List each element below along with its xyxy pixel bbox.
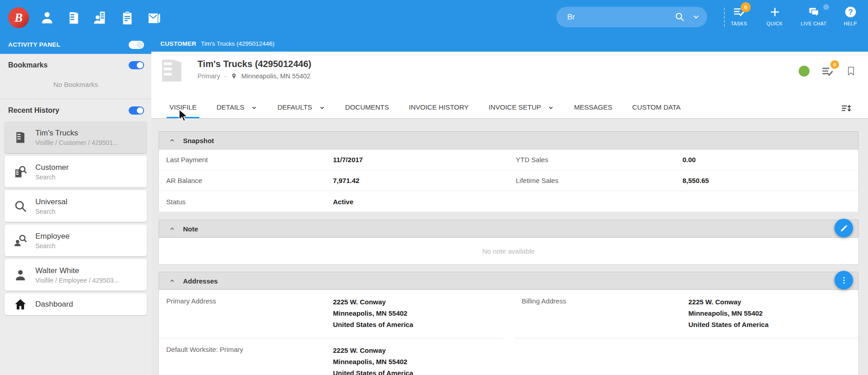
help-label: HELP: [844, 21, 857, 26]
field-value: 8,550.65: [683, 177, 709, 184]
tasks-count-badge: 0: [741, 2, 751, 12]
home-icon: [14, 298, 27, 311]
person-building-icon[interactable]: [93, 10, 108, 25]
chevron-down-icon: [251, 105, 257, 111]
record-tasks-button[interactable]: 0: [821, 65, 834, 77]
global-search[interactable]: Br: [556, 7, 707, 27]
note-empty-text: No note available: [482, 247, 535, 255]
activity-panel-header: ACTIVITY PANEL: [0, 35, 151, 54]
snapshot-header[interactable]: Snapshot: [159, 131, 858, 149]
tab-details[interactable]: DETAILS: [217, 103, 257, 118]
tab-messages[interactable]: MESSAGES: [574, 103, 612, 118]
record-location: Minneapolis, MN 55402: [241, 72, 310, 80]
quick-add-button[interactable]: QUICK: [757, 6, 792, 26]
search-icon: [14, 199, 27, 213]
snapshot-row: AR Balance7,971.42 Lifetime Sales8,550.6…: [159, 170, 858, 191]
field-label: YTD Sales: [516, 156, 683, 163]
recent-history-section-header: Recent History: [0, 106, 151, 115]
address-value: 2225 W. Conway Minneapolis, MN 55402 Uni…: [689, 296, 769, 330]
help-button[interactable]: ? HELP: [835, 6, 865, 26]
pencil-icon: [839, 224, 849, 233]
bookmark-icon[interactable]: [846, 66, 856, 77]
addresses-title: Addresses: [183, 277, 218, 285]
field-value: 0.00: [683, 156, 696, 163]
history-item-customer-search[interactable]: Customer Search: [5, 156, 147, 188]
svg-text:?: ?: [848, 8, 853, 16]
address-label: Primary Address: [166, 296, 333, 305]
collapse-chevron-icon[interactable]: [169, 278, 175, 284]
visifile-content: Snapshot Last Payment11/7/2017 YTD Sales…: [151, 119, 868, 375]
tab-visifile[interactable]: VISIFILE: [169, 103, 197, 118]
history-item-subtitle: Search: [35, 173, 69, 181]
history-item-universal-search[interactable]: Universal Search: [5, 190, 147, 222]
tab-invoice-setup[interactable]: INVOICE SETUP: [489, 103, 555, 118]
history-item-title: Tim's Trucks: [35, 129, 118, 138]
search-input[interactable]: Br: [567, 13, 675, 22]
building-search-icon: [14, 165, 27, 178]
collapse-chevron-icon[interactable]: [169, 137, 175, 144]
field-label: Status: [166, 198, 333, 206]
clipboard-icon[interactable]: [120, 10, 135, 25]
address-label: Billing Address: [522, 296, 689, 305]
history-item-title: Walter White: [35, 266, 119, 275]
history-item-tims-trucks[interactable]: Tim's Trucks Visifile / Customer / 42950…: [5, 121, 147, 153]
context-entity-type: CUSTOMER: [160, 40, 196, 47]
addresses-row: Primary Address 2225 W. Conway Minneapol…: [159, 290, 858, 338]
person-search-icon: [14, 234, 27, 247]
toggle-knob: [137, 62, 143, 68]
history-item-title: Customer: [35, 163, 69, 172]
addresses-row: Default Worksite: Primary 2225 W. Conway…: [159, 338, 858, 375]
field-value: 7,971.42: [333, 177, 359, 184]
bookmarks-title: Bookmarks: [8, 61, 48, 69]
building-icon[interactable]: [67, 10, 81, 25]
live-chat-button[interactable]: LIVE CHAT: [792, 6, 835, 26]
chevron-down-icon: [319, 105, 325, 111]
history-item-subtitle: Search: [35, 242, 70, 250]
search-scope-chevron-icon[interactable]: [692, 13, 700, 21]
search-icon[interactable]: [675, 12, 685, 22]
tab-custom-data[interactable]: CUSTOM DATA: [632, 103, 681, 118]
kebab-menu-icon: [839, 276, 849, 285]
status-indicator-dot: [799, 66, 810, 77]
field-value: Active: [333, 198, 353, 206]
tab-documents[interactable]: DOCUMENTS: [345, 103, 389, 118]
note-title: Note: [183, 225, 198, 233]
tab-invoice-history[interactable]: INVOICE HISTORY: [409, 103, 469, 118]
edit-note-button[interactable]: [834, 219, 853, 237]
collapse-chevron-icon[interactable]: [169, 226, 175, 232]
toggle-knob: [137, 107, 143, 114]
tab-defaults[interactable]: DEFAULTS: [277, 103, 325, 118]
topbar-actions: TASKS 0 QUICK LIVE CHAT ? HELP: [720, 6, 865, 26]
recent-history-toggle[interactable]: [129, 106, 144, 115]
app-logo[interactable]: B: [8, 7, 29, 28]
history-item-employee-search[interactable]: Employee Search: [5, 225, 147, 256]
activity-panel: Bookmarks No Bookmarks Recent History Ti…: [0, 54, 151, 375]
mail-folder-icon[interactable]: [147, 10, 161, 25]
record-tabs: VISIFILE DETAILS DEFAULTS DOCUMENTS INVO…: [159, 103, 868, 118]
activity-panel-title: ACTIVITY PANEL: [8, 41, 60, 48]
history-item-subtitle: Visifile / Employee / 429503...: [35, 277, 119, 284]
record-type-badge: Primary: [198, 72, 220, 80]
address-value: 2225 W. Conway Minneapolis, MN 55402 Uni…: [333, 296, 413, 330]
snapshot-row: Last Payment11/7/2017 YTD Sales0.00: [159, 149, 858, 170]
history-item-walter-white[interactable]: Walter White Visifile / Employee / 42950…: [5, 259, 147, 291]
help-icon: ?: [844, 6, 857, 18]
record-actions: 0: [799, 65, 856, 77]
addresses-header[interactable]: Addresses: [159, 272, 858, 290]
section-sort-icon[interactable]: [841, 103, 852, 114]
history-item-dashboard[interactable]: Dashboard: [5, 293, 147, 315]
bookmarks-toggle[interactable]: [129, 61, 144, 69]
activity-panel-toggle[interactable]: [129, 41, 144, 49]
tasks-button[interactable]: TASKS 0: [720, 6, 757, 26]
toggle-knob: [137, 42, 143, 48]
recent-history-list: Tim's Trucks Visifile / Customer / 42950…: [0, 121, 151, 315]
top-bar: B Br TASKS 0: [0, 0, 868, 35]
addresses-menu-button[interactable]: [834, 271, 853, 289]
person-icon[interactable]: [40, 10, 54, 25]
record-title: Tim's Trucks (4295012446): [198, 57, 311, 69]
chat-notification-dot: [823, 4, 829, 10]
note-header[interactable]: Note: [159, 220, 858, 238]
company-icon: [159, 57, 187, 82]
chevron-down-icon: [548, 105, 554, 111]
history-item-subtitle: Visifile / Customer / 429501...: [35, 139, 118, 146]
